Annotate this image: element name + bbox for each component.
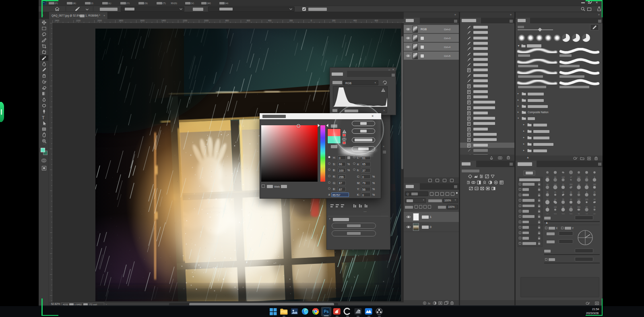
svg-text:Ps: Ps: [324, 309, 329, 314]
svg-text:25: 25: [593, 191, 596, 193]
svg-text:21: 21: [554, 191, 557, 193]
svg-text:44: 44: [546, 184, 549, 186]
svg-text:300: 300: [561, 213, 565, 214]
svg-text:9: 9: [547, 206, 548, 208]
svg-text:9: 9: [586, 191, 587, 193]
svg-text:25: 25: [570, 206, 572, 208]
svg-text:300: 300: [554, 213, 557, 214]
svg-text:44: 44: [554, 199, 557, 201]
svg-text:9: 9: [594, 176, 595, 178]
svg-text:13: 13: [562, 191, 564, 193]
svg-text:44: 44: [593, 199, 596, 201]
svg-text:192: 192: [577, 199, 580, 201]
svg-text:17: 17: [570, 176, 572, 178]
svg-text:44: 44: [578, 191, 580, 193]
svg-text:44: 44: [546, 213, 549, 214]
svg-text:36: 36: [546, 191, 549, 193]
svg-text:300: 300: [570, 184, 573, 186]
svg-text:36: 36: [562, 199, 564, 201]
svg-text:36: 36: [593, 206, 596, 208]
svg-text:60: 60: [593, 213, 596, 214]
svg-text:300: 300: [577, 206, 580, 208]
svg-text:100: 100: [561, 176, 565, 178]
svg-text:192: 192: [546, 176, 549, 178]
svg-text:17: 17: [586, 213, 588, 214]
svg-text:100: 100: [585, 199, 588, 201]
svg-text:300: 300: [570, 213, 573, 214]
svg-text:13: 13: [586, 176, 588, 178]
svg-text:44: 44: [570, 199, 572, 201]
svg-text:36: 36: [562, 206, 564, 208]
svg-text:192: 192: [554, 206, 557, 208]
svg-text:44: 44: [570, 191, 572, 193]
svg-text:T: T: [42, 115, 45, 120]
svg-text:60: 60: [586, 206, 588, 208]
svg-text:13: 13: [562, 184, 564, 186]
svg-text:192: 192: [593, 184, 596, 186]
svg-text:36: 36: [578, 213, 580, 214]
svg-text:60: 60: [554, 176, 557, 178]
svg-text:fx: fx: [428, 302, 431, 305]
